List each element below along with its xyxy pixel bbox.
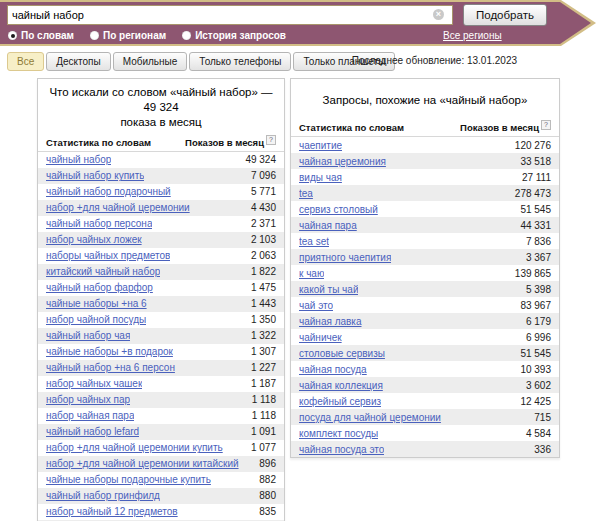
radio-query-history[interactable]: История запросов <box>182 30 286 41</box>
column-words: Статистика по словам <box>46 137 151 148</box>
all-regions-link[interactable]: Все регионы <box>443 30 502 41</box>
table-row: чайные наборы +на 61 443 <box>38 296 284 312</box>
impressions-value: 120 276 <box>515 140 551 151</box>
impressions-value: 1 443 <box>251 298 276 309</box>
impressions-value: 7 836 <box>526 236 551 247</box>
impressions-value: 6 179 <box>526 316 551 327</box>
phrase-link[interactable]: набор чайных чашек <box>46 378 142 389</box>
phrase-link[interactable]: чайный набор +на 6 персон <box>46 362 175 373</box>
phrase-link[interactable]: набор +для чайной церемонии китайский <box>46 458 239 469</box>
table-row: чайничек6 996 <box>291 329 559 345</box>
impressions-value: 1 118 <box>252 410 276 421</box>
clear-icon[interactable]: × <box>433 9 444 20</box>
phrase-link[interactable]: посуда для чайной церемонии <box>299 412 441 423</box>
table-row: столовые сервизы51 545 <box>291 345 559 361</box>
table-row: набор чайных ложек2 103 <box>38 232 284 248</box>
table-row: чайные наборы +в подарок1 307 <box>38 344 284 360</box>
impressions-value: 4 584 <box>526 428 551 439</box>
phrase-link[interactable]: чайные наборы +на 6 <box>46 298 147 309</box>
phrase-link[interactable]: чайничек <box>299 332 342 343</box>
tab-mobile[interactable]: Мобильные <box>113 52 188 71</box>
phrase-link[interactable]: комплект посуды <box>299 428 378 439</box>
phrase-link[interactable]: набор чайная пара <box>46 410 134 421</box>
impressions-value: 6 996 <box>526 332 551 343</box>
table-row: чаепитие120 276 <box>291 137 559 153</box>
table-row: сервиз столовый51 545 <box>291 201 559 217</box>
phrase-link[interactable]: tea <box>299 188 313 199</box>
phrase-link[interactable]: чайная коллекция <box>299 380 383 391</box>
impressions-value: 1 475 <box>251 282 276 293</box>
phrase-link[interactable]: tea set <box>299 236 329 247</box>
phrase-link[interactable]: чайный набор подарочный <box>46 186 171 197</box>
phrase-link[interactable]: набор +для чайной церемонии купить <box>46 442 223 453</box>
phrase-link[interactable]: чайный набор lefard <box>46 426 139 437</box>
phrase-link[interactable]: набор чайных пар <box>46 394 130 405</box>
phrase-link[interactable]: виды чая <box>299 172 342 183</box>
impressions-value: 880 <box>259 490 276 501</box>
left-table-rows: чайный набор49 324чайный набор купить7 0… <box>38 152 284 521</box>
phrase-link[interactable]: наборы чайных предметов <box>46 250 170 261</box>
phrase-link[interactable]: какой ты чай <box>299 284 358 295</box>
impressions-value: 5 771 <box>251 186 276 197</box>
impressions-value: 3 367 <box>526 252 551 263</box>
radio-by-words[interactable]: По словам <box>8 30 74 41</box>
table-row: чайный набор lefard1 091 <box>38 424 284 440</box>
phrase-link[interactable]: столовые сервизы <box>299 348 385 359</box>
phrase-link[interactable]: набор чайной посуды <box>46 314 146 325</box>
phrase-link[interactable]: чайная лавка <box>299 316 362 327</box>
phrase-link[interactable]: сервиз столовый <box>299 204 378 215</box>
phrase-link[interactable]: чай это <box>299 300 333 311</box>
phrase-link[interactable]: чайный набор фарфор <box>46 282 153 293</box>
phrase-link[interactable]: набор чайный 12 предметов <box>46 506 178 517</box>
table-row: чайная церемония33 518 <box>291 153 559 169</box>
radio-by-regions[interactable]: По регионам <box>90 30 166 41</box>
phrase-link[interactable]: чайные наборы +в подарок <box>46 346 173 357</box>
tab-desktops[interactable]: Десктопы <box>46 52 110 71</box>
help-icon[interactable]: ? <box>541 120 551 130</box>
table-row: посуда для чайной церемонии715 <box>291 409 559 425</box>
radio-label: По регионам <box>103 30 166 41</box>
table-row: чайный набор гринфилд880 <box>38 488 284 504</box>
phrase-link[interactable]: к чаю <box>299 268 324 279</box>
impressions-value: 835 <box>259 506 276 517</box>
phrase-link[interactable]: чайная посуда <box>299 364 367 375</box>
phrase-link[interactable]: набор +для чайной церемонии <box>46 202 190 213</box>
column-impressions: Показов в месяц? <box>185 135 276 148</box>
table-row: набор чайный 12 предметов835 <box>38 504 284 520</box>
impressions-value: 1 118 <box>252 394 276 405</box>
table-row: набор +для чайной церемонии купить1 077 <box>38 440 284 456</box>
select-button[interactable]: Подобрать <box>463 4 547 26</box>
phrase-link[interactable]: китайский чайный набор <box>46 266 160 277</box>
table-row: кофейный сервиз12 425 <box>291 393 559 409</box>
table-row: комплект посуды4 584 <box>291 425 559 441</box>
table-row: чайный набор купить7 096 <box>38 168 284 184</box>
phrase-link[interactable]: чайный набор купить <box>46 170 144 181</box>
impressions-value: 5 398 <box>526 284 551 295</box>
phrase-link[interactable]: чайный набор <box>46 154 111 165</box>
impressions-value: 33 518 <box>520 156 551 167</box>
phrase-link[interactable]: приятного чаепития <box>299 252 391 263</box>
table-row: китайский чайный набор1 822 <box>38 264 284 280</box>
phrase-link[interactable]: чайный набор персона <box>46 218 152 229</box>
phrase-link[interactable]: чайный набор гринфилд <box>46 490 160 501</box>
impressions-value: 1 091 <box>251 426 276 437</box>
phrase-link[interactable]: чайная церемония <box>299 156 386 167</box>
table-row: чайный набор49 324 <box>38 152 284 168</box>
phrase-link[interactable]: чайные наборы подарочные купить <box>46 474 211 485</box>
tab-phones-only[interactable]: Только телефоны <box>189 52 291 71</box>
tab-all[interactable]: Все <box>7 52 44 71</box>
impressions-value: 1 350 <box>251 314 276 325</box>
impressions-value: 44 331 <box>520 220 551 231</box>
phrase-link[interactable]: чайная посуда это <box>299 444 384 455</box>
search-input[interactable] <box>7 5 453 25</box>
impressions-value: 3 602 <box>526 380 551 391</box>
phrase-link[interactable]: кофейный сервиз <box>299 396 381 407</box>
impressions-value: 336 <box>534 444 551 455</box>
phrase-link[interactable]: чайный набор чая <box>46 330 130 341</box>
panel-searched-with-word: Что искали со словом «чайный набор» — 49… <box>37 78 285 521</box>
phrase-link[interactable]: чайная пара <box>299 220 357 231</box>
help-icon[interactable]: ? <box>266 135 276 145</box>
phrase-link[interactable]: набор чайных ложек <box>46 234 142 245</box>
phrase-link[interactable]: чаепитие <box>299 140 342 151</box>
panel-title-line2: показа в месяц <box>46 115 276 130</box>
